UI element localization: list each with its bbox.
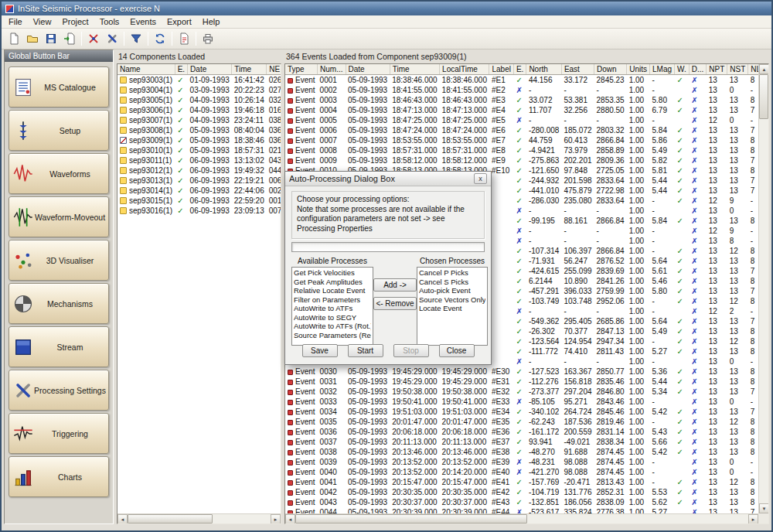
component-row[interactable]: sep93013(1)✓06-09-199322:19:210062 [117, 176, 281, 186]
available-process-item[interactable]: AutoWrite to SEGY [294, 313, 371, 322]
event-row[interactable]: Event003705-09-199320:11:13.00020:11:13.… [285, 437, 758, 447]
event-row[interactable]: Event000905-09-199318:58:12.00018:58:12.… [285, 155, 758, 165]
component-row[interactable]: sep93012(1)✓06-09-199319:49:320448 [117, 165, 281, 176]
column-header-localtime[interactable]: LocalTime [440, 64, 489, 75]
scroll-thumb[interactable] [295, 514, 527, 523]
component-row[interactable]: sep93014(1)✓06-09-199322:44:060020 [117, 186, 281, 196]
report-icon[interactable] [175, 30, 193, 47]
close-button[interactable]: Close [439, 344, 475, 357]
column-header-date[interactable]: Date [346, 64, 390, 75]
column-header-type[interactable]: Type [285, 64, 318, 75]
event-row[interactable]: Event000105-09-199318:38:46.00018:38:46.… [285, 75, 758, 86]
dialog-close-icon[interactable]: x [474, 173, 487, 184]
events-hscrollbar[interactable] [285, 513, 758, 523]
available-process-item[interactable]: Get Pick Velocities [294, 268, 371, 278]
available-process-item[interactable]: Relative Locate Event [294, 286, 371, 295]
component-row[interactable]: sep93005(1)✓04-09-199310:26:140328 [117, 95, 281, 105]
scroll-left-icon[interactable] [285, 514, 295, 524]
component-row[interactable]: sep93011(1)✓06-09-199313:13:020438 [117, 155, 281, 165]
event-row[interactable]: Event003305-09-199319:50:41.00019:50:41.… [285, 397, 758, 407]
dialog-title-bar[interactable]: Auto-Processing Dialog Box x [285, 172, 491, 186]
menu-events[interactable]: Events [124, 16, 162, 27]
chosen-process-item[interactable]: Cancel S Picks [419, 278, 485, 287]
column-header-time[interactable]: Time [232, 64, 267, 75]
menu-help[interactable]: Help [197, 16, 226, 27]
event-row[interactable]: Event000705-09-199318:53:55.00018:53:55.… [285, 135, 758, 145]
component-row[interactable]: sep93015(1)✓06-09-199322:59:200015 [117, 196, 281, 206]
column-header-nlt[interactable]: NLT [748, 64, 758, 75]
component-row[interactable]: sep93016(1)✓06-09-199323:09:130072 [117, 206, 281, 216]
menu-view[interactable]: View [28, 16, 57, 27]
scroll-track[interactable] [759, 74, 768, 503]
available-processes-list[interactable]: Get Pick VelocitiesGet Peak AmplitudesRe… [291, 267, 373, 346]
event-row[interactable]: Event000605-09-199318:47:24.00018:47:24.… [285, 125, 758, 135]
save-button[interactable]: Save [302, 344, 338, 357]
import-icon[interactable] [60, 30, 79, 47]
start-button[interactable]: Start [348, 344, 383, 357]
components-hscrollbar[interactable] [117, 513, 281, 523]
column-header-date[interactable]: Date [188, 64, 232, 75]
sidebar-button-ms-catalogue[interactable]: MS Catalogue [9, 66, 109, 107]
event-row[interactable]: Event004205-09-199320:30:35.00020:30:35.… [285, 487, 758, 497]
event-row[interactable]: Event004005-09-199320:13:52.00020:14:20.… [285, 467, 758, 477]
menu-file[interactable]: File [3, 16, 28, 27]
print-icon[interactable] [199, 30, 217, 47]
open-icon[interactable] [23, 30, 42, 47]
sidebar-button-charts[interactable]: Charts [9, 456, 109, 497]
sidebar-button-triggering[interactable]: Triggering [9, 413, 109, 454]
event-row[interactable]: Event003205-09-199319:50:38.00019:50:38.… [285, 387, 758, 397]
sidebar-button-setup[interactable]: Setup [9, 110, 109, 151]
event-row[interactable]: Event000505-09-199318:47:25.00018:47:25.… [285, 115, 758, 125]
available-process-item[interactable]: Get Peak Amplitudes [294, 278, 371, 287]
event-row[interactable]: Event003905-09-199320:13:52.00020:13:52.… [285, 457, 758, 467]
event-row[interactable]: Event000205-09-199318:41:55.00018:41:55.… [285, 85, 758, 95]
component-row[interactable]: sep93007(1)✓04-09-199323:24:110380 [117, 115, 281, 125]
column-header-e[interactable]: E. [513, 64, 526, 75]
events-vscrollbar[interactable] [758, 64, 768, 513]
chosen-processes-list[interactable]: Cancel P PicksCancel S PicksAuto-pick Ev… [417, 267, 488, 346]
scroll-thumb[interactable] [759, 74, 768, 119]
component-row[interactable]: sep93004(1)✓03-09-199320:22:230275 [117, 85, 281, 95]
component-row[interactable]: sep93010(1)✓05-09-199318:57:310216 [117, 145, 281, 155]
chosen-process-item[interactable]: Source Vectors Only [419, 295, 485, 305]
sidebar-button-mechanisms[interactable]: Mechanisms [9, 283, 109, 324]
event-row[interactable]: Event003505-09-199320:01:47.00020:01:47.… [285, 417, 758, 427]
event-row[interactable]: Event003405-09-199319:51:03.00019:51:03.… [285, 407, 758, 417]
scroll-right-icon[interactable] [271, 514, 281, 524]
available-process-item[interactable]: AutoWrite to ATFs [294, 304, 371, 313]
scroll-left-icon[interactable] [117, 514, 128, 524]
component-row[interactable]: sep93009(1)✓05-09-199318:38:460364 [117, 135, 281, 145]
pick-tool-icon[interactable] [84, 30, 103, 47]
scroll-down-icon[interactable] [759, 503, 769, 513]
available-process-item[interactable]: Source Parameters (Req. I [294, 331, 371, 340]
sidebar-button-waveforms[interactable]: Waveforms [9, 153, 109, 194]
column-header-north[interactable]: North [526, 64, 561, 75]
column-header-ne[interactable]: NE [267, 64, 281, 75]
chosen-process-item[interactable]: Auto-pick Event [419, 286, 485, 295]
menu-tools[interactable]: Tools [94, 16, 125, 27]
chosen-process-item[interactable]: Locate Event [419, 304, 485, 313]
save-icon[interactable] [42, 30, 60, 47]
component-row[interactable]: sep93008(1)✓05-09-199308:40:040363 [117, 125, 281, 135]
event-row[interactable]: Event004105-09-199320:15:47.00020:15:47.… [285, 477, 758, 487]
refresh-icon[interactable] [151, 30, 169, 47]
sidebar-button-stream[interactable]: Stream [9, 326, 109, 367]
event-row[interactable]: Event003605-09-199320:06:18.00020:06:18.… [285, 427, 758, 437]
scroll-track[interactable] [295, 514, 748, 523]
sidebar-button-3d-visualiser[interactable]: 3D Visualiser [9, 240, 109, 281]
scroll-track[interactable] [128, 514, 271, 523]
menu-export[interactable]: Export [162, 16, 197, 27]
sidebar-button-processing-settings[interactable]: Processing Settings [9, 370, 109, 411]
event-row[interactable]: Event003005-09-199319:45:29.00019:45:29.… [285, 367, 758, 377]
process-tool-icon[interactable] [103, 30, 121, 47]
event-row[interactable]: Event000305-09-199318:46:43.00018:46:43.… [285, 95, 758, 105]
column-header-label[interactable]: Label [489, 64, 513, 75]
column-header-npt[interactable]: NPT [707, 64, 727, 75]
scroll-right-icon[interactable] [748, 514, 758, 524]
available-process-item[interactable]: Filter on Parameters [294, 295, 371, 305]
column-header-down[interactable]: Down [594, 64, 627, 75]
add-button[interactable]: Add -> [373, 278, 417, 292]
component-row[interactable]: sep93003(1)✓01-09-199316:41:420269 [117, 75, 281, 86]
event-row[interactable]: Event000805-09-199318:57:31.00018:57:31.… [285, 145, 758, 155]
new-file-icon[interactable] [5, 30, 23, 47]
